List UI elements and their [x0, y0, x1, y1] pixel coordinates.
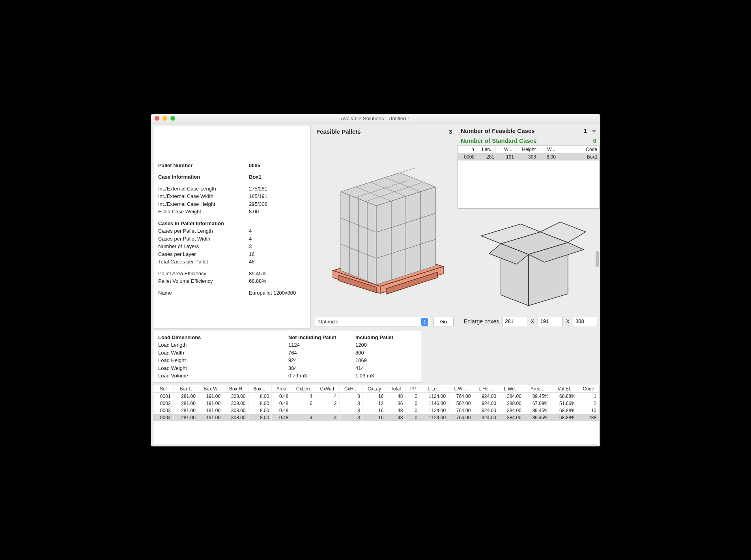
solutions-td: 89.45%: [524, 407, 551, 414]
solutions-td: 281.00: [174, 414, 198, 421]
solutions-td: 8.00: [248, 393, 272, 400]
solutions-th[interactable]: L Wi...: [448, 385, 473, 393]
feasible-pallets-count: 3: [449, 128, 452, 135]
solutions-row[interactable]: 0003281.00191.00308.008.000.483164801124…: [153, 407, 599, 414]
solutions-td: 238: [578, 414, 599, 421]
solutions-td: 0003: [153, 407, 174, 414]
cases-table-td: 8.00: [538, 153, 557, 161]
cases-table[interactable]: nLen...Wi...HeightW...Code 0000281191308…: [458, 146, 600, 209]
spec-label: Cases per Pallet Width: [158, 235, 249, 243]
solutions-th[interactable]: Box H: [223, 385, 248, 393]
solutions-th[interactable]: CxLay: [363, 385, 387, 393]
solutions-table[interactable]: SolBox LBox WBox HBox ...AreaCxLenCxWidC…: [153, 385, 600, 444]
solutions-td: 308.00: [223, 407, 248, 414]
multiply-icon: X: [531, 318, 534, 325]
window-title: Available Solutions - Untitled 1: [151, 116, 600, 121]
chevron-down-icon[interactable]: [592, 130, 596, 133]
spec-value: 16: [249, 250, 306, 258]
spec-label: Pallet Volume Efficiency: [158, 277, 249, 285]
spec-label: Total Cases per Pallet: [158, 258, 249, 266]
solutions-row[interactable]: 0001281.00191.00308.008.000.484431648011…: [153, 393, 599, 400]
solutions-td: 764.00: [448, 393, 473, 400]
solutions-th[interactable]: Box W: [198, 385, 223, 393]
solutions-th[interactable]: L We...: [499, 385, 524, 393]
solutions-th[interactable]: PP: [405, 385, 420, 393]
cases-table-th[interactable]: Wi...: [496, 146, 516, 153]
load-dim-including: 414: [355, 364, 422, 372]
standard-cases-count: 0: [593, 137, 596, 144]
solutions-row[interactable]: 0002281.00191.00308.008.000.486231236011…: [153, 400, 599, 407]
solutions-td: 2: [315, 400, 340, 407]
load-dim-row: Load Height 924 1069: [158, 357, 416, 364]
solutions-th[interactable]: Box ...: [248, 385, 272, 393]
go-button[interactable]: Go: [433, 317, 454, 327]
solutions-th[interactable]: Box L: [174, 385, 198, 393]
spec-row: Cases per Layer16: [158, 250, 306, 258]
scrollbar-thumb[interactable]: [596, 251, 599, 267]
pallet-icon: [317, 152, 451, 298]
solutions-td: 924.00: [473, 400, 499, 407]
spec-label: Cases per Pallet Length: [158, 227, 249, 235]
cases-table-th[interactable]: W...: [538, 146, 557, 153]
solutions-th[interactable]: Total: [386, 385, 405, 393]
cases-table-td: 191: [496, 153, 516, 161]
solutions-th[interactable]: Area: [272, 385, 291, 393]
spec-label: Int./External Case Width: [158, 192, 249, 200]
solutions-td: 281.00: [174, 393, 198, 400]
content-area: Pallet Number 0005 Case Information Box1…: [151, 123, 600, 446]
solutions-td: 4: [291, 414, 315, 421]
solutions-td: 191.00: [198, 414, 223, 421]
solutions-td: 924.00: [473, 407, 499, 414]
solutions-td: 67.09%: [524, 400, 551, 407]
box-3d-view[interactable]: [458, 210, 600, 313]
solutions-td: 3: [340, 407, 363, 414]
enlarge-y-input[interactable]: [538, 317, 563, 326]
cases-table-th[interactable]: n: [458, 146, 476, 153]
solutions-th[interactable]: Area...: [524, 385, 551, 393]
spec-value: 4: [249, 235, 306, 243]
solutions-th[interactable]: Code: [578, 385, 599, 393]
solutions-row[interactable]: 0004281.00191.00308.008.000.484431648011…: [153, 414, 599, 421]
solutions-td: 0.48: [272, 393, 291, 400]
pallet-3d-view[interactable]: [313, 136, 455, 315]
cases-table-row[interactable]: 00002811913088.00Box1: [458, 153, 599, 161]
solutions-th[interactable]: CxLen: [291, 385, 315, 393]
optimize-select[interactable]: Optimize ▲▼: [315, 317, 430, 327]
solutions-td: 3: [340, 414, 363, 421]
solutions-td: 89.45%: [524, 393, 551, 400]
solutions-td: 924.00: [473, 393, 499, 400]
load-dim-row: Load Width 764 800: [158, 349, 416, 357]
titlebar[interactable]: Available Solutions - Untitled 1: [151, 114, 600, 123]
load-dim-not-including: 1124: [288, 341, 355, 349]
solutions-th[interactable]: Vol Ef.: [551, 385, 578, 393]
spec-value: 295/308: [249, 200, 306, 208]
load-dimensions-panel: Load Dimensions Not Including Pallet Inc…: [153, 331, 421, 383]
spec-row: Total Cases per Pallet48: [158, 258, 306, 266]
cases-table-th[interactable]: Height: [516, 146, 538, 153]
spec-value: 275/281: [249, 185, 306, 193]
solutions-td: [315, 407, 340, 414]
pallet-controls: Optimize ▲▼ Go: [313, 315, 455, 329]
spec-row: Int./External Case Width185/191: [158, 192, 306, 200]
spec-value: 4: [249, 227, 306, 235]
solutions-th[interactable]: CxH...: [340, 385, 363, 393]
spec-row: Filled Case Weight8.00: [158, 208, 306, 216]
solutions-th[interactable]: CxWid: [315, 385, 340, 393]
solutions-th[interactable]: L Hei...: [473, 385, 499, 393]
solutions-th[interactable]: L Le...: [420, 385, 448, 393]
spec-value: 48: [249, 258, 306, 266]
pallet-name-row: Name Europallet 1200x800: [158, 289, 306, 297]
pallet-number-value: 0005: [249, 162, 306, 170]
enlarge-z-input[interactable]: [573, 317, 598, 326]
case-info-label: Case Information: [158, 173, 249, 181]
solutions-td: [291, 407, 315, 414]
load-dim-row: Load Volume 0.79 m3 1.03 m3: [158, 372, 416, 380]
load-dim-not-including: 0.79 m3: [288, 372, 355, 380]
box-icon: [469, 210, 588, 313]
cases-table-th[interactable]: Len...: [476, 146, 496, 153]
cases-table-th[interactable]: Code: [557, 146, 599, 153]
solutions-td: 764.00: [448, 414, 473, 421]
solutions-td: 16: [363, 393, 387, 400]
solutions-th[interactable]: Sol: [153, 385, 174, 393]
enlarge-x-input[interactable]: [502, 317, 527, 326]
